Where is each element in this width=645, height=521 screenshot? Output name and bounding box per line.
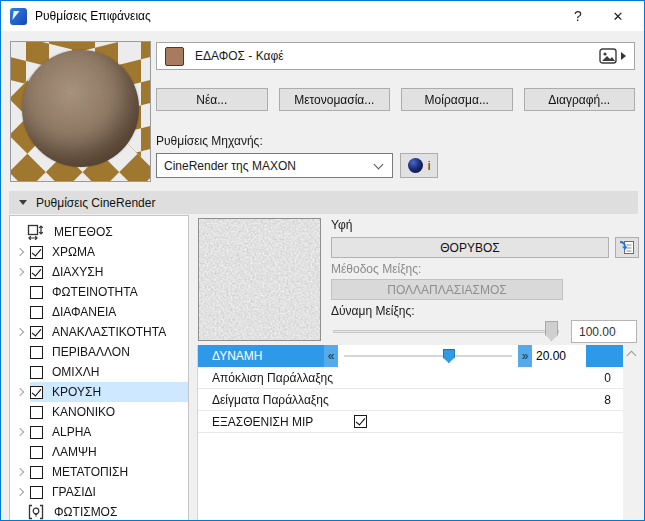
new-button[interactable]: Νέα...: [156, 88, 268, 111]
parameter-label: ΔΥΝΑΜΗ: [212, 349, 324, 363]
parameter-label: Δείγματα Παράλλαξης: [212, 393, 329, 407]
mix-strength-slider-track[interactable]: [333, 330, 559, 333]
scroll-up-icon[interactable]: [627, 351, 637, 361]
chevron-slot: [10, 389, 30, 395]
mix-strength-value: 100.00: [579, 325, 616, 339]
channel-row[interactable]: ΜΕΓΕΘΟΣ: [10, 222, 188, 242]
chevron-slot: [10, 429, 30, 435]
channel-label: ΦΩΤΙΣΜΟΣ: [54, 505, 117, 519]
channel-label: ΔΙΑΦΑΝΕΙΑ: [52, 305, 116, 319]
expand-chevron-icon[interactable]: [16, 248, 24, 256]
channel-row[interactable]: ΜΕΤΑΤΟΠΙΣΗ: [10, 462, 188, 482]
engine-select[interactable]: CineRender της MAXON: [156, 153, 393, 178]
parameter-value: 20.00: [536, 349, 566, 363]
close-button[interactable]: ✕: [598, 1, 638, 31]
material-selector-field[interactable]: ΕΔΑΦΟΣ - Καφέ: [156, 42, 635, 70]
channel-row[interactable]: ΔΙΑΦΑΝΕΙΑ: [10, 302, 188, 322]
channel-checkbox[interactable]: [30, 346, 43, 359]
channel-checkbox[interactable]: [30, 446, 43, 459]
channel-row[interactable]: ΚΡΟΥΣΗ: [10, 382, 188, 402]
channel-label: ΜΕΓΕΘΟΣ: [54, 225, 113, 239]
parameter-checkbox[interactable]: [354, 415, 367, 428]
parameter-value[interactable]: 8: [604, 393, 611, 407]
channel-checkbox[interactable]: [30, 246, 43, 259]
expand-chevron-icon[interactable]: [16, 328, 24, 336]
channel-label: ΟΜΙΧΛΗ: [52, 365, 99, 379]
expand-chevron-icon[interactable]: [16, 388, 24, 396]
channel-row[interactable]: ΓΡΑΣΙΔΙ: [10, 482, 188, 502]
mix-strength-slider-thumb[interactable]: [545, 321, 558, 341]
channel-label: ΚΑΝΟΝΙΚΟ: [52, 405, 115, 419]
row-filler: [586, 345, 623, 367]
chevron-slot: [10, 249, 30, 255]
section-title: Ρυθμίσεις CineRender: [36, 196, 155, 210]
material-popout-arrow-icon[interactable]: [621, 52, 626, 60]
scrollbar[interactable]: [623, 345, 640, 521]
channel-label: ALPHA: [52, 425, 91, 439]
texture-preview[interactable]: [198, 218, 321, 341]
parameter-row[interactable]: Δείγματα Παράλλαξης8: [198, 389, 623, 411]
increment-chevrons-icon[interactable]: »: [518, 345, 532, 367]
channel-checkbox[interactable]: [30, 426, 43, 439]
preview-sphere: [22, 50, 139, 167]
share-button[interactable]: Μοίρασμα...: [401, 88, 513, 111]
material-actions: Νέα... Μετονομασία... Μοίρασμα... Διαγρα…: [156, 88, 635, 111]
mix-strength-label: Δύναμη Μείξης:: [331, 304, 415, 318]
engine-info-button[interactable]: i: [400, 153, 438, 178]
channel-row[interactable]: ΔΙΑΧΥΣΗ: [10, 262, 188, 282]
channel-checkbox[interactable]: [30, 266, 43, 279]
parameter-slider-track[interactable]: [338, 345, 518, 367]
channel-row[interactable]: ΠΕΡΙΒΑΛΛΟΝ: [10, 342, 188, 362]
channel-list: ΜΕΓΕΘΟΣΧΡΩΜΑΔΙΑΧΥΣΗΦΩΤΕΙΝΟΤΗΤΑΔΙΑΦΑΝΕΙΑΑ…: [9, 215, 189, 521]
channel-row[interactable]: ΑΝΑΚΛΑΣΤΙΚΟΤΗΤΑ: [10, 322, 188, 342]
material-preview[interactable]: [10, 41, 151, 182]
chevron-slot: [10, 489, 30, 495]
channel-checkbox[interactable]: [30, 326, 43, 339]
parameter-label: Απόκλιση Παράλλαξης: [212, 371, 333, 385]
channel-checkbox[interactable]: [30, 306, 43, 319]
mix-strength-field[interactable]: 100.00: [571, 320, 637, 343]
rename-button[interactable]: Μετονομασία...: [279, 88, 391, 111]
parameter-row[interactable]: ΔΥΝΑΜΗ«»20.00: [198, 345, 623, 367]
engine-label: Ρυθμίσεις Μηχανής:: [156, 134, 263, 148]
channel-row[interactable]: ΦΩΤΕΙΝΟΤΗΤΑ: [10, 282, 188, 302]
expand-chevron-icon[interactable]: [16, 488, 24, 496]
collapse-triangle-icon: [19, 200, 27, 205]
channel-row[interactable]: ΟΜΙΧΛΗ: [10, 362, 188, 382]
channel-checkbox[interactable]: [30, 366, 43, 379]
texture-label: Υφή: [331, 218, 352, 232]
decrement-chevrons-icon[interactable]: «: [324, 345, 338, 367]
size-icon: [27, 224, 45, 240]
channel-label: ΦΩΤΕΙΝΟΤΗΤΑ: [52, 285, 138, 299]
material-name: ΕΔΑΦΟΣ - Καφέ: [195, 49, 599, 63]
parameter-row[interactable]: ΕΞΑΣΘΕΝΙΣΗ MIP: [198, 411, 623, 433]
channel-checkbox[interactable]: [30, 386, 43, 399]
texture-shader-button[interactable]: ΘΟΡΥΒΟΣ: [331, 237, 609, 258]
material-color-swatch: [165, 47, 184, 66]
parameter-row[interactable]: Απόκλιση Παράλλαξης0: [198, 367, 623, 389]
channel-checkbox[interactable]: [30, 286, 43, 299]
channel-checkbox[interactable]: [30, 466, 43, 479]
help-button[interactable]: ?: [558, 1, 598, 31]
cinerender-section-header[interactable]: Ρυθμίσεις CineRender: [9, 191, 638, 214]
parameter-value[interactable]: 0: [604, 371, 611, 385]
channel-checkbox[interactable]: [30, 486, 43, 499]
channel-row[interactable]: ALPHA: [10, 422, 188, 442]
expand-chevron-icon[interactable]: [16, 468, 24, 476]
channel-row[interactable]: ΛΑΜΨΗ: [10, 442, 188, 462]
mix-mode-button: ΠΟΛΛΑΠΛΑΣΙΑΣΜΟΣ: [331, 279, 563, 300]
channel-label: ΑΝΑΚΛΑΣΤΙΚΟΤΗΤΑ: [52, 325, 166, 339]
delete-button[interactable]: Διαγραφή...: [524, 88, 636, 111]
channel-row[interactable]: ΧΡΩΜΑ: [10, 242, 188, 262]
channel-row[interactable]: ΚΑΝΟΝΙΚΟ: [10, 402, 188, 422]
load-texture-button[interactable]: [615, 237, 639, 258]
parameter-slider-thumb[interactable]: [443, 349, 455, 363]
window-title: Ρυθμίσεις Επιφάνειας: [35, 9, 151, 23]
channel-checkbox[interactable]: [30, 406, 43, 419]
channel-label: ΔΙΑΧΥΣΗ: [52, 265, 103, 279]
image-icon[interactable]: [599, 48, 617, 64]
parameter-value-field[interactable]: 20.00: [532, 345, 586, 367]
expand-chevron-icon[interactable]: [16, 268, 24, 276]
expand-chevron-icon[interactable]: [16, 428, 24, 436]
channel-row[interactable]: ΦΩΤΙΣΜΟΣ: [10, 502, 188, 521]
